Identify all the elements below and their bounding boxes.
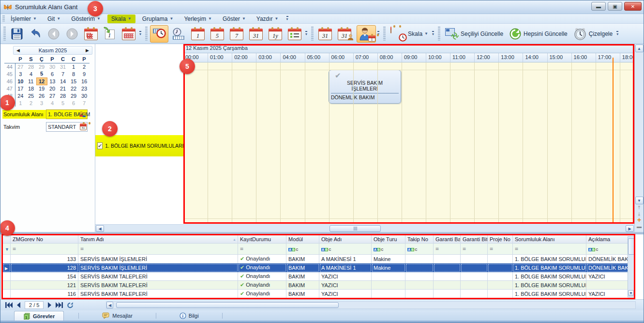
toolbar-button-se-iliyi-g-ncelle[interactable]: Seçiliyi Güncelle: [443, 25, 506, 43]
zoom-in-icon[interactable]: +: [635, 217, 644, 223]
toolbar-group-overflow-icon[interactable]: ▾: [139, 31, 141, 36]
calendar-day[interactable]: 26: [36, 92, 47, 99]
column-header-mod-l[interactable]: Modül: [286, 235, 319, 244]
calendar-day-selected[interactable]: 12: [36, 77, 47, 85]
column-header-garanti-ba-l[interactable]: Garanti Başlı: [434, 235, 461, 244]
menu-item-yazd-r[interactable]: Yazdır▼: [253, 15, 283, 23]
tab-g-revler[interactable]: 1Görevler: [14, 311, 64, 321]
filter-cell-proje-no[interactable]: =: [488, 244, 513, 255]
takvim-field[interactable]: STANDART 31: [46, 122, 88, 132]
calendar-day[interactable]: 13: [47, 77, 58, 85]
calendar-day[interactable]: 7: [79, 99, 90, 107]
toolbar-button-calendar-num-icon-31[interactable]: 31: [316, 25, 334, 43]
calendar-day[interactable]: 2: [26, 99, 36, 107]
toolbar-group-overflow-icon[interactable]: ▾: [377, 31, 379, 36]
calendar-day[interactable]: 4: [47, 99, 58, 107]
grid-row-121[interactable]: 121SERVİS BAKIM TALEPLERİ✔ OnaylandıBAKI…: [3, 281, 635, 290]
toolbar-group-overflow-icon[interactable]: ▾: [616, 31, 618, 36]
calendar-day[interactable]: 28: [58, 92, 68, 99]
calendar-day[interactable]: 23: [79, 85, 90, 92]
toolbar-button-izelgele[interactable]: Çizelgele: [571, 25, 615, 43]
calendar-day[interactable]: 25: [26, 92, 36, 99]
column-header-tan-m-ad[interactable]: Tanım Adı▲: [78, 235, 238, 244]
calendar-day[interactable]: 29: [68, 92, 79, 99]
column-header-obje-turu[interactable]: Obje Turu: [372, 235, 405, 244]
toolbar-button-calendar-person-icon-31[interactable]: 31: [335, 25, 356, 43]
grid-row-154[interactable]: 154SERVİS BAKIM TALEPLERİ✔ OnaylandıBAKI…: [3, 272, 635, 281]
calendar-day[interactable]: 1: [68, 63, 79, 70]
takvim-calendar-icon[interactable]: 31: [80, 123, 87, 130]
toolbar-group-overflow-icon[interactable]: ▾: [432, 31, 434, 36]
zoom-out-icon[interactable]: ▬: [635, 224, 644, 230]
resource-checkbox[interactable]: ✔: [97, 142, 103, 149]
calendar-day[interactable]: 30: [47, 63, 58, 70]
page-up-icon[interactable]: ⤒: [635, 205, 644, 211]
calendar-day[interactable]: 24: [15, 92, 26, 99]
toolbar-button-calendar-grid-icon[interactable]: [82, 25, 100, 43]
calendar-day[interactable]: 11: [26, 77, 36, 85]
hscroll-thumb[interactable]: [329, 225, 381, 232]
column-header-garanti-biti[interactable]: Garanti Bitiş: [461, 235, 488, 244]
minimize-button[interactable]: ▬: [591, 2, 606, 11]
calendar-day[interactable]: 22: [68, 85, 79, 92]
calendar-day[interactable]: 19: [36, 85, 47, 92]
calendar-day[interactable]: 18: [26, 85, 36, 92]
filter-cell-zmgorev-no[interactable]: =: [11, 244, 78, 255]
filter-cell-mod-l[interactable]: ABC: [286, 244, 319, 255]
calendar-day[interactable]: 1: [15, 99, 26, 107]
toolbar-button-calendar-list-icon[interactable]: [285, 25, 304, 43]
column-header-zmgorev-no[interactable]: ZMGorev No: [11, 235, 78, 244]
refresh-grid-icon[interactable]: [66, 302, 74, 309]
toolbar-button-hepsini-g-ncelle[interactable]: Hepsini Güncelle: [507, 25, 570, 43]
column-header-takip-no[interactable]: Takip No: [405, 235, 434, 244]
scroll-down-icon[interactable]: ▼: [635, 197, 644, 204]
people-icon[interactable]: [79, 111, 87, 118]
column-header-sorumluluk-alan[interactable]: Sorumluluk Alanı: [513, 235, 586, 244]
grid-scroll-left-icon[interactable]: ◀: [106, 302, 113, 308]
calendar-day[interactable]: 3: [15, 70, 26, 77]
column-header-kay-tdurumu[interactable]: KayıtDurumu: [238, 235, 286, 244]
filter-cell-obje-ad[interactable]: ABC: [319, 244, 372, 255]
maximize-button[interactable]: ▣: [608, 2, 622, 11]
grid-row-133[interactable]: 133SERVİS BAKIM İŞLEMLERİ✔ OnaylandıBAKI…: [3, 255, 635, 263]
gantt-body[interactable]: ✔ SERVİS BAKIM İŞLEMLERİ DÖNEMLİK BAKIM: [183, 62, 634, 224]
toolbar-button-calendar-num-icon-1[interactable]: 1: [189, 25, 207, 43]
calendar-day[interactable]: 10: [15, 77, 26, 85]
scroll-right-icon[interactable]: ▶: [626, 225, 634, 232]
filter-cell-tan-m-ad[interactable]: =: [78, 244, 238, 255]
toolbar-button-nav-back-icon[interactable]: [45, 25, 62, 43]
grid-hscroll-thumb[interactable]: [116, 302, 339, 308]
column-header-obje-ad[interactable]: Obje Adı: [319, 235, 372, 244]
calendar-day[interactable]: 27: [15, 63, 26, 70]
toolbar-button-calendar-num-icon-1y[interactable]: 1y: [266, 25, 285, 43]
calendar-day[interactable]: 4: [26, 70, 36, 77]
calendar-day[interactable]: 6: [68, 99, 79, 107]
toolbar-button-calendar-num-icon-31[interactable]: 31: [247, 25, 265, 43]
tasks-grid[interactable]: ZMGorev NoTanım Adı▲KayıtDurumuModülObje…: [2, 234, 635, 298]
calendar-day[interactable]: 16: [79, 77, 90, 85]
grid-scroll-down-icon[interactable]: ▼: [628, 290, 634, 296]
toolbar-button-skala[interactable]: Skala▼: [388, 25, 431, 43]
filter-cell-garanti-ba-l[interactable]: =: [434, 244, 461, 255]
calendar-day[interactable]: 20: [47, 85, 58, 92]
calendar-next-icon[interactable]: ▶: [86, 48, 89, 53]
calendar-prev-icon[interactable]: ◀: [16, 48, 20, 53]
filter-cell-obje-turu[interactable]: ABC: [372, 244, 405, 255]
toolbar-button-calendar-num-icon-7[interactable]: 7: [227, 25, 246, 43]
calendar-day[interactable]: 8: [68, 70, 79, 77]
next-page-icon[interactable]: [47, 302, 53, 308]
first-page-icon[interactable]: [5, 302, 13, 308]
toolbar-group-overflow-icon[interactable]: ▾: [305, 31, 307, 36]
toolbar-button-save-icon[interactable]: [8, 25, 26, 43]
calendar-day[interactable]: 31: [58, 63, 68, 70]
toolbar-button-clock-ruler-icon[interactable]: [169, 25, 188, 43]
calendar-day[interactable]: 5: [36, 70, 47, 77]
grid-horizontal-scrollbar[interactable]: ◀: [106, 301, 636, 309]
grid-row-128[interactable]: ▶128SERVİS BAKIM İŞLEMLERİ✔ OnaylandıBAK…: [3, 263, 635, 272]
last-page-icon[interactable]: [56, 302, 63, 308]
toolbar-button-calendar-num-icon-5[interactable]: 5: [208, 25, 226, 43]
toolbar-button-nav-forward-icon[interactable]: [63, 25, 81, 43]
menu-item-i-lemler[interactable]: İşlemler▼: [7, 15, 41, 23]
calendar-day[interactable]: 7: [58, 70, 68, 77]
scroll-up-icon[interactable]: ▲: [635, 45, 644, 52]
